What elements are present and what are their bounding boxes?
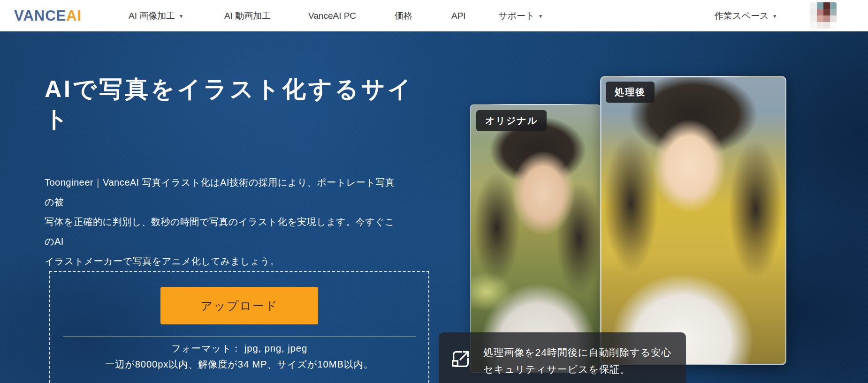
nav-item-pricing[interactable]: 価格 xyxy=(395,0,412,31)
security-notice-line: 処理画像を24時間後に自動削除する安心 xyxy=(483,344,671,361)
nav-item-label: VanceAI PC xyxy=(308,11,356,21)
nav-item-label: API xyxy=(451,11,466,21)
security-notice-panel: 処理画像を24時間後に自動削除する安心 セキュリティサービスを保証。 xyxy=(439,332,686,383)
nav-item-support[interactable]: サポート xyxy=(498,0,543,31)
processed-photo-card: 処理後 xyxy=(600,76,786,365)
nav-item-label: AI 動画加工 xyxy=(224,11,271,21)
hero-description-line: Toongineer｜VanceAI 写真イラスト化はAI技術の採用により、ポー… xyxy=(45,173,401,212)
security-notice-line: セキュリティサービスを保証。 xyxy=(483,361,671,378)
nav-item-label: サポート xyxy=(498,11,534,21)
upload-button[interactable]: アップロード xyxy=(160,287,318,324)
page-title-line: AIで写真をイラスト化するサイ xyxy=(45,74,448,104)
nav-item-label: 作業スペース xyxy=(715,11,769,21)
nav-item-ai-video-tools[interactable]: AI 動画加工 xyxy=(224,0,271,31)
upload-dropzone[interactable]: アップロード フォーマット： jpg, png, jpeg 一辺が8000px以… xyxy=(49,271,429,383)
top-nav-bar: VANCEAI AI 画像加工 AI 動画加工 VanceAI PC 価格 AP… xyxy=(0,0,868,31)
upload-limit-note: 一辺が8000px以内、解像度が34 MP、サイズが10MB以内。 xyxy=(105,358,373,371)
logo-text-ai: AI xyxy=(66,8,82,24)
chevron-down-icon xyxy=(538,0,543,32)
upload-format-note: フォーマット： jpg, png, jpeg xyxy=(171,342,307,355)
auto-delete-expand-icon[interactable] xyxy=(450,348,472,370)
chevron-down-icon xyxy=(179,0,183,32)
security-notice-text: 処理画像を24時間後に自動削除する安心 セキュリティサービスを保証。 xyxy=(483,344,671,378)
hero-description-line: イラストメーカーで写真をアニメ化してみましょう。 xyxy=(45,251,401,271)
nav-item-ai-image-tools[interactable]: AI 画像加工 xyxy=(129,0,183,31)
page-title: AIで写真をイラスト化するサイ ト xyxy=(45,74,448,134)
nav-item-label: AI 画像加工 xyxy=(129,11,175,21)
processed-badge: 処理後 xyxy=(606,82,655,103)
hero-description-line: 写体を正確的に判別し、数秒の時間で写真のイラスト化を実現します。今すぐこのAI xyxy=(45,212,401,251)
nav-item-label: 価格 xyxy=(395,11,412,21)
original-badge: オリジナル xyxy=(476,110,547,131)
page-title-line: ト xyxy=(45,104,448,134)
chevron-down-icon xyxy=(772,0,777,32)
vanceai-page: VANCEAI AI 画像加工 AI 動画加工 VanceAI PC 価格 AP… xyxy=(0,0,868,383)
vanceai-logo[interactable]: VANCEAI xyxy=(14,0,82,31)
hero-description: Toongineer｜VanceAI 写真イラスト化はAI技術の採用により、ポー… xyxy=(45,173,401,271)
nav-item-workspace[interactable]: 作業スペース xyxy=(715,0,777,31)
nav-item-vanceai-pc[interactable]: VanceAI PC xyxy=(308,0,356,31)
upload-divider xyxy=(63,337,416,337)
nav-item-api[interactable]: API xyxy=(451,0,466,31)
logo-text-vance: VANCE xyxy=(14,8,66,24)
user-avatar[interactable] xyxy=(810,2,837,29)
